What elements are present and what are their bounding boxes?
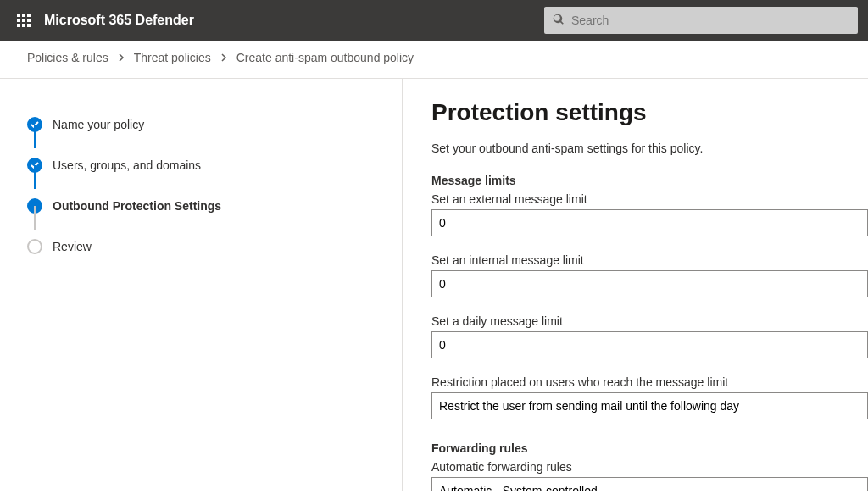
breadcrumb: Policies & rules Threat policies Create … [0,41,868,79]
search-input[interactable] [571,14,849,27]
svg-rect-6 [17,24,20,27]
search-box[interactable] [544,7,858,34]
main-content: Name your policy Users, groups, and doma… [0,79,868,491]
svg-rect-0 [17,14,20,17]
wizard-step-label: Review [53,240,92,253]
wizard-step-label: Users, groups, and domains [53,158,201,172]
check-icon [27,158,42,173]
wizard-nav: Name your policy Users, groups, and doma… [0,79,403,491]
svg-rect-8 [27,24,31,27]
app-launcher-icon[interactable] [10,7,37,34]
breadcrumb-item-create-policy: Create anti-spam outbound policy [236,51,414,64]
wizard-step-review[interactable]: Review [27,226,375,267]
internal-limit-label: Set an internal message limit [431,253,868,267]
wizard-step-label: Outbound Protection Settings [53,199,221,213]
svg-rect-5 [27,19,31,22]
daily-limit-input[interactable] [431,331,868,358]
daily-limit-label: Set a daily message limit [431,314,868,328]
svg-rect-4 [22,19,25,22]
todo-step-icon [27,239,42,254]
svg-rect-2 [27,14,31,17]
current-step-icon [27,198,42,214]
auto-forwarding-label: Automatic forwarding rules [431,460,868,474]
internal-limit-input[interactable] [431,270,868,297]
wizard-step-users-groups-domains[interactable]: Users, groups, and domains [27,145,375,186]
app-title: Microsoft 365 Defender [44,13,194,28]
restriction-select[interactable] [431,392,868,419]
breadcrumb-item-policies-rules[interactable]: Policies & rules [27,51,108,64]
wizard-step-name-policy[interactable]: Name your policy [27,104,375,145]
chevron-right-icon [220,51,228,64]
external-limit-input[interactable] [431,209,868,236]
auto-forwarding-select[interactable] [431,477,868,491]
forwarding-rules-heading: Forwarding rules [431,441,868,455]
svg-rect-7 [22,24,25,27]
external-limit-label: Set an external message limit [431,192,868,206]
settings-panel: Protection settings Set your outbound an… [403,79,868,491]
search-icon [553,14,565,28]
wizard-step-label: Name your policy [53,118,144,131]
wizard-step-outbound-protection[interactable]: Outbound Protection Settings [27,186,375,226]
chevron-right-icon [117,51,125,64]
panel-title: Protection settings [431,99,868,126]
svg-rect-1 [22,14,25,17]
top-bar: Microsoft 365 Defender [0,0,868,41]
breadcrumb-item-threat-policies[interactable]: Threat policies [134,51,211,64]
message-limits-heading: Message limits [431,174,868,187]
check-icon [27,117,42,132]
panel-description: Set your outbound anti-spam settings for… [431,142,868,155]
restriction-label: Restriction placed on users who reach th… [431,375,868,389]
svg-rect-3 [17,19,20,22]
